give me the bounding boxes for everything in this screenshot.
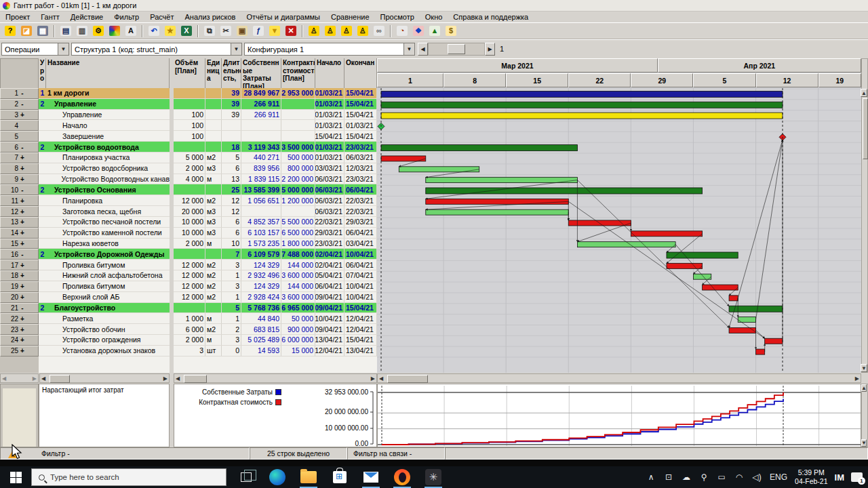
table-row-values[interactable]: 12 000м212 932 4963 600 00005/04/2107/04… [174,270,377,281]
gantt-bar[interactable] [426,209,568,215]
page-scrollbar[interactable] [428,43,485,56]
expand-icon[interactable]: + [18,229,26,237]
structure-select[interactable]: Структура 1 (код: struct_main) ▼ [71,43,242,56]
edge-taskbar-button[interactable] [262,466,293,488]
open-folder-button[interactable]: ◪ [19,24,34,38]
col-header-0[interactable]: Объём [План] [174,58,205,88]
row-number[interactable]: 10- [0,184,39,195]
expand-icon[interactable]: + [18,218,26,226]
help-button[interactable]: ? [3,24,18,38]
mail-taskbar-button[interactable] [355,466,387,488]
taskbar-search[interactable]: Type here to search [31,468,226,486]
expand-icon[interactable]: + [18,347,26,354]
table-row[interactable]: Нарезка кюветов [39,239,170,249]
gantt-bar[interactable] [381,102,783,108]
row-number[interactable]: 15+ [0,239,39,249]
col-header-3[interactable]: Собственн ые Затраты [План] [241,58,281,88]
table-row-values[interactable]: 6 000м22683 815900 00009/04/2112/04/21 [174,324,377,335]
table-row-values[interactable]: 39266 91101/03/2115/04/21 [174,99,377,110]
table-row[interactable]: Нижний слой асфальтобетона [39,270,170,281]
row-number[interactable]: 18+ [0,270,39,281]
undo-button[interactable]: ↶ [146,24,161,38]
table-row[interactable]: Начало [39,120,170,131]
table-row[interactable]: 2Устройство Основания [39,184,170,195]
menu-проект[interactable]: Проект [0,12,35,22]
table-row-values[interactable]: 4 000м131 839 1152 200 00006/03/2123/03/… [174,174,377,185]
row-number[interactable]: 12+ [0,206,39,217]
gantt-bar[interactable] [381,91,783,97]
expand-icon[interactable]: + [18,197,26,205]
configuration-select[interactable]: Конфигурация 1 ▼ [244,43,415,56]
view-select[interactable]: Операции ▼ [1,43,69,56]
expand-icon[interactable]: + [18,315,26,323]
gantt-bar[interactable] [381,113,783,119]
table-row-values[interactable]: 2 000м101 573 2351 800 00023/03/2103/04/… [174,239,377,249]
table-row-values[interactable]: 20 000м31206/03/2122/03/21 [174,206,377,217]
chevron-down-icon[interactable]: ▼ [403,43,414,55]
report-button[interactable]: ▲ [427,24,442,38]
task-view-taskbar-button[interactable] [231,466,262,488]
collapse-icon[interactable]: - [18,251,26,258]
opera-taskbar-button[interactable] [387,466,418,488]
expand-icon[interactable]: + [18,165,26,172]
row-number[interactable]: 5 [0,131,39,142]
expand-icon[interactable]: + [18,272,26,279]
gantt-bar[interactable] [693,274,711,279]
money-button[interactable]: $ [443,24,458,38]
menu-отч-ты-и-диаграммы[interactable]: Отчёты и диаграммы [241,12,326,22]
start-button[interactable] [0,466,31,488]
star-button[interactable]: ★ [163,24,178,38]
table-row-values[interactable]: 12 000м23124 329144 00006/04/2110/04/21 [174,281,377,292]
table-row-values[interactable]: 10 000м366 103 1576 500 00029/03/2106/04… [174,228,377,239]
table-row[interactable]: Устройство песчаной постели [39,217,170,228]
collapse-icon[interactable]: - [18,100,26,108]
row-number[interactable]: 16- [0,249,39,260]
row-number[interactable]: 19+ [0,281,39,292]
expand-icon[interactable]: + [18,111,26,119]
expand-icon[interactable]: + [18,293,26,301]
table-row[interactable]: 2Благоустройство [39,303,170,314]
col-header-name[interactable]: Название [46,58,170,88]
gantt-bar[interactable] [631,231,702,237]
row-number[interactable]: 4 [0,120,39,131]
font-button[interactable]: A [123,24,138,38]
table-row[interactable]: Верхний слой АБ [39,292,170,303]
gantt-bar[interactable] [729,327,755,333]
fx-button[interactable]: ƒ [251,24,266,38]
explorer-taskbar-button[interactable] [293,466,324,488]
menu-действие[interactable]: Действие [65,12,108,22]
table-row[interactable]: Устройство Водоотводных канав [39,174,170,185]
menu-окно[interactable]: Окно [420,12,448,22]
table-row[interactable]: Планировка [39,195,170,206]
expand-icon[interactable]: + [18,326,26,333]
table-row[interactable]: 2Устройство Дорожной Одежды [39,249,170,260]
table-row[interactable]: 2Устройство водоотвода [39,142,170,152]
table-row[interactable]: Устройство обочин [39,324,170,335]
org-button[interactable]: ❖ [411,24,426,38]
col-header-1[interactable]: Еди ниц а [205,58,222,88]
table-row-values[interactable]: 10015/04/2115/04/21 [174,131,377,142]
table-row[interactable]: Заготовка песка, щебня [39,206,170,217]
store-taskbar-button[interactable] [324,466,355,488]
menu-справка-и-поддержка[interactable]: Справка и поддержка [448,12,534,22]
chart-vscrollbar[interactable]: ▲ ▼ [861,384,868,447]
gantt-bar[interactable] [729,306,783,312]
row-number[interactable]: 2- [0,99,39,110]
table-row-values[interactable]: 183 119 3433 500 00001/03/2123/03/21 [174,142,377,152]
collapse-icon[interactable]: - [18,144,26,151]
table-row-values[interactable]: 76 109 5797 488 00002/04/2110/04/21 [174,249,377,260]
table-row-values[interactable]: 5 000м25440 271500 00001/03/2106/03/21 [174,152,377,163]
gantt-bar[interactable] [756,349,765,354]
gantt-bar[interactable] [703,285,738,290]
page-next-button[interactable]: ▶ [485,43,495,56]
row-number[interactable]: 20+ [0,292,39,303]
collapse-icon[interactable]: - [18,186,26,194]
table-row[interactable]: Установка дорожных знаков [39,346,170,357]
row-number[interactable]: 11+ [0,195,39,206]
table-row-values[interactable]: 10001/03/2101/03/21 [174,120,377,131]
table-row[interactable]: Устройство каменной постели [39,228,170,239]
menu-расч-т[interactable]: Расчёт [144,12,179,22]
table-row-values[interactable]: 2 000м36839 956800 00003/03/2112/03/21 [174,163,377,174]
paste-button[interactable]: ▣ [235,24,250,38]
filter-button[interactable]: ▼ [267,24,282,38]
